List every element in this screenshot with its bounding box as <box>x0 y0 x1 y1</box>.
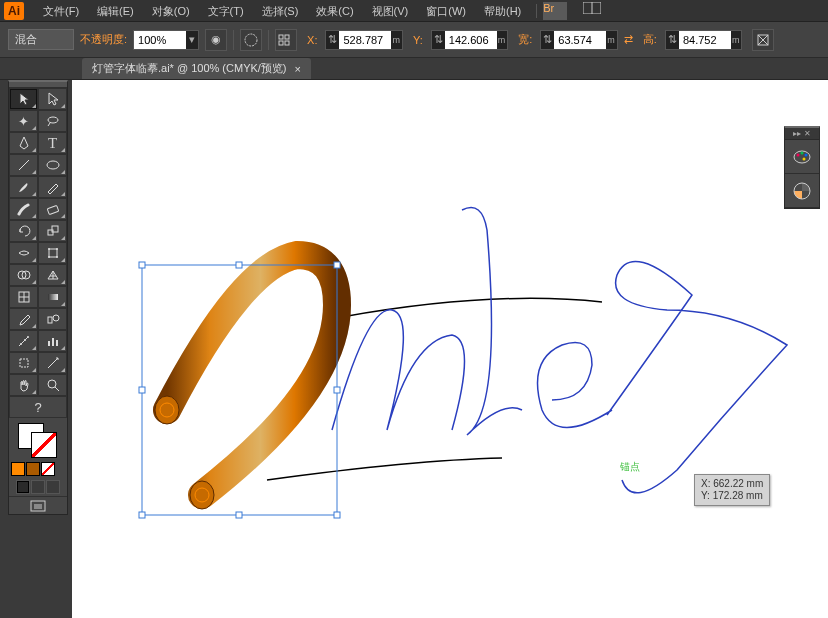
rotate-tool[interactable] <box>9 220 38 242</box>
document-tab[interactable]: 灯管字体临摹.ai* @ 100% (CMYK/预览) × <box>82 58 311 79</box>
column-graph-tool[interactable] <box>38 330 67 352</box>
width-tool[interactable] <box>9 242 38 264</box>
x-field[interactable]: ⇅m <box>325 30 403 50</box>
draw-behind[interactable] <box>31 480 45 494</box>
opacity-label: 不透明度: <box>80 32 127 47</box>
svg-point-20 <box>56 256 58 258</box>
svg-rect-27 <box>48 317 52 323</box>
svg-rect-33 <box>52 338 54 346</box>
canvas-area: 锚点 X: 662.22 mm Y: 172.28 mm <box>72 80 828 618</box>
screen-mode-button[interactable] <box>9 496 67 514</box>
help-button[interactable]: ? <box>9 396 67 418</box>
color-guide-panel-icon[interactable] <box>785 174 819 208</box>
stroke-swatch[interactable] <box>31 432 57 458</box>
pen-tool[interactable] <box>9 132 38 154</box>
close-tab-icon[interactable]: × <box>295 63 301 75</box>
menu-bar: Ai 文件(F) 编辑(E) 对象(O) 文字(T) 选择(S) 效果(C) 视… <box>0 0 828 22</box>
w-field[interactable]: ⇅m <box>540 30 618 50</box>
svg-point-54 <box>797 153 800 156</box>
artboard-tool[interactable] <box>9 352 38 374</box>
opacity-field[interactable]: ▾ <box>133 30 199 50</box>
blend-tool[interactable] <box>38 308 67 330</box>
document-tab-strip: 灯管字体临摹.ai* @ 100% (CMYK/预览) × <box>0 58 828 80</box>
gradient-tool[interactable] <box>38 286 67 308</box>
eyedropper-tool[interactable] <box>9 308 38 330</box>
dock-expand-icon[interactable]: ▸▸ ✕ <box>785 128 819 140</box>
w-label: 宽: <box>518 32 532 47</box>
svg-line-11 <box>19 160 29 170</box>
y-field[interactable]: ⇅m <box>431 30 509 50</box>
left-gutter <box>0 80 8 618</box>
svg-point-41 <box>190 481 214 509</box>
svg-rect-39 <box>34 504 42 509</box>
slice-tool[interactable] <box>38 352 67 374</box>
tools-panel: ✦ T <box>8 80 68 515</box>
draw-normal[interactable] <box>16 480 30 494</box>
style-icon[interactable]: ◉ <box>205 29 227 51</box>
svg-rect-49 <box>236 512 242 518</box>
right-dock: ▸▸ ✕ <box>784 126 820 209</box>
mesh-tool[interactable] <box>9 286 38 308</box>
free-transform-tool[interactable] <box>38 242 67 264</box>
svg-point-18 <box>56 248 58 250</box>
swatch-orange[interactable] <box>11 462 25 476</box>
w-input[interactable] <box>554 31 606 49</box>
color-panel-icon[interactable] <box>785 140 819 174</box>
svg-rect-4 <box>285 35 289 39</box>
menu-edit[interactable]: 编辑(E) <box>88 0 143 22</box>
zoom-tool[interactable] <box>38 374 67 396</box>
arrange-documents-icon[interactable] <box>583 2 613 20</box>
selection-tool[interactable] <box>9 88 38 110</box>
svg-point-10 <box>48 117 58 123</box>
blob-brush-tool[interactable] <box>9 198 38 220</box>
menu-file[interactable]: 文件(F) <box>34 0 88 22</box>
eraser-tool[interactable] <box>38 198 67 220</box>
menu-select[interactable]: 选择(S) <box>253 0 308 22</box>
svg-rect-46 <box>139 387 145 393</box>
recolor-icon[interactable] <box>240 29 262 51</box>
coordinate-tooltip: X: 662.22 mm Y: 172.28 mm <box>694 474 770 506</box>
transform-panel-icon[interactable] <box>752 29 774 51</box>
menu-effect[interactable]: 效果(C) <box>307 0 362 22</box>
direct-selection-tool[interactable] <box>38 88 67 110</box>
constrain-proportions-icon[interactable]: ⇄ <box>624 33 633 46</box>
align-icon[interactable] <box>275 29 297 51</box>
shape-builder-tool[interactable] <box>9 264 38 286</box>
menu-help[interactable]: 帮助(H) <box>475 0 530 22</box>
bridge-icon[interactable]: Br <box>543 2 567 20</box>
y-input[interactable] <box>445 31 497 49</box>
menu-window[interactable]: 窗口(W) <box>417 0 475 22</box>
y-label: Y: <box>413 34 423 46</box>
perspective-grid-tool[interactable] <box>38 264 67 286</box>
pencil-tool[interactable] <box>38 176 67 198</box>
line-segment-tool[interactable] <box>9 154 38 176</box>
scale-tool[interactable] <box>38 220 67 242</box>
app-logo: Ai <box>4 2 24 20</box>
svg-rect-48 <box>139 512 145 518</box>
paintbrush-tool[interactable] <box>9 176 38 198</box>
artboard[interactable]: 锚点 X: 662.22 mm Y: 172.28 mm <box>72 80 828 618</box>
x-label: X: <box>307 34 317 46</box>
blend-mode-select[interactable]: 混合 <box>8 29 74 50</box>
svg-rect-43 <box>139 262 145 268</box>
x-input[interactable] <box>339 31 391 49</box>
svg-rect-35 <box>20 359 28 367</box>
menu-type[interactable]: 文字(T) <box>199 0 253 22</box>
swatch-brown[interactable] <box>26 462 40 476</box>
artwork: 锚点 <box>72 80 828 618</box>
swatch-none[interactable] <box>41 462 55 476</box>
h-input[interactable] <box>679 31 731 49</box>
opacity-input[interactable] <box>134 31 186 49</box>
ellipse-tool[interactable] <box>38 154 67 176</box>
document-tab-title: 灯管字体临摹.ai* @ 100% (CMYK/预览) <box>92 61 287 76</box>
fill-stroke-control[interactable] <box>9 418 67 460</box>
h-field[interactable]: ⇅m <box>665 30 743 50</box>
menu-view[interactable]: 视图(V) <box>363 0 418 22</box>
hand-tool[interactable] <box>9 374 38 396</box>
magic-wand-tool[interactable]: ✦ <box>9 110 38 132</box>
draw-inside[interactable] <box>46 480 60 494</box>
lasso-tool[interactable] <box>38 110 67 132</box>
symbol-sprayer-tool[interactable] <box>9 330 38 352</box>
menu-object[interactable]: 对象(O) <box>143 0 199 22</box>
type-tool[interactable]: T <box>38 132 67 154</box>
